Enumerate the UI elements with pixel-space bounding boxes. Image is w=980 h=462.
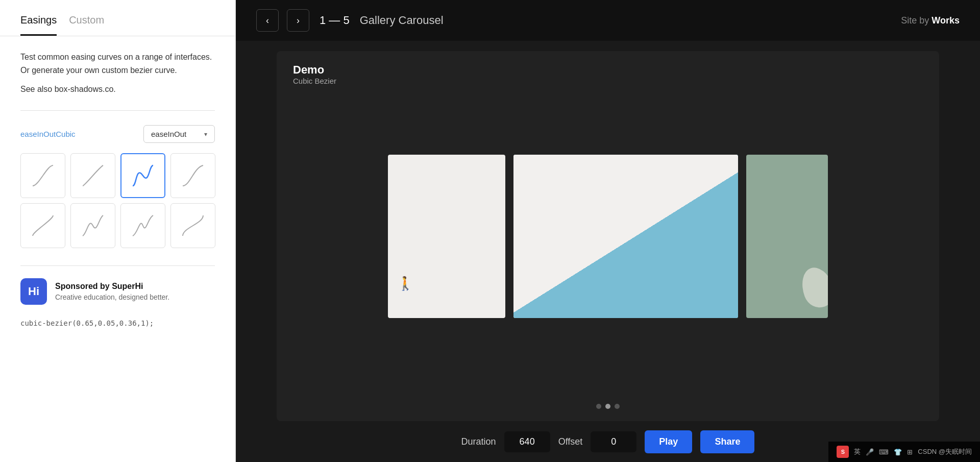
easing-controls-row: easeInOutCubic easeInOut ▾ [20,125,215,143]
grid2-icon: ⊞ [907,448,913,456]
tab-custom[interactable]: Custom [69,14,104,36]
easing-cell-7[interactable] [120,203,165,248]
carousel-dots [596,404,620,409]
easing-select-value: easeInOut [151,130,186,138]
sponsor-text: Sponsored by SuperHi Creative education,… [55,282,169,301]
dot-2[interactable] [605,404,610,409]
easing-cell-5[interactable] [20,203,65,248]
bezier-code: cubic-bezier(0.65,0.05,0.36,1); [20,319,215,337]
chevron-down-icon: ▾ [204,131,207,138]
right-panel: ‹ › 1 — 5 Gallery Carousel Site by Works… [236,0,980,462]
duration-label: Duration [461,436,496,447]
csdn-text: 英 [854,447,861,456]
easing-grid-row1 [20,153,215,198]
gallery-title: Gallery Carousel [360,14,444,27]
play-button[interactable]: Play [645,430,692,453]
demo-subtitle: Cubic Bezier [293,77,336,85]
easing-cell-2[interactable] [70,153,115,198]
site-brand: Works [932,15,960,26]
sponsor-logo-text: Hi [28,285,39,298]
svg-marker-1 [513,155,626,318]
grid-icon: ⌨ [879,448,889,456]
top-bar: ‹ › 1 — 5 Gallery Carousel Site by Works [236,0,980,41]
description-text: Test common easing curves on a range of … [20,51,215,77]
easing-cell-4[interactable] [170,153,215,198]
carousel-area: Demo Cubic Bezier 🚶 [277,51,939,421]
easing-select[interactable]: easeInOut ▾ [143,125,215,143]
dot-3[interactable] [615,404,620,409]
share-button[interactable]: Share [700,430,754,453]
sponsor-block[interactable]: Hi Sponsored by SuperHi Creative educati… [20,265,215,305]
easing-grid-row2 [20,203,215,248]
walking-figure-icon: 🚶 [397,276,413,291]
duration-input[interactable] [504,431,550,452]
easing-cell-8[interactable] [170,203,215,248]
svg-line-2 [513,155,738,318]
sponsor-subtitle: Creative education, designed better. [55,293,169,301]
svg-marker-0 [513,155,738,318]
prev-icon: ‹ [266,15,269,26]
demo-label: Demo Cubic Bezier [293,63,336,85]
csdn-bar: S 英 🎤 ⌨ 👕 ⊞ CSDN @失眠时间 [828,442,980,462]
offset-label: Offset [558,436,583,447]
carousel-image-1: 🚶 [388,155,505,318]
csdn-logo: S [837,446,849,458]
csdn-username: CSDN @失眠时间 [918,447,972,456]
easing-name-label: easeInOutCubic [20,130,76,138]
prev-button[interactable]: ‹ [256,9,279,32]
next-button[interactable]: › [287,9,309,32]
easing-cell-3[interactable] [120,153,165,198]
see-also-text: See also box-shadows.co. [20,85,215,94]
tabs: Easings Custom [0,0,235,36]
page-info: 1 — 5 [320,14,350,27]
carousel-images: 🚶 [297,150,919,323]
easing-cell-6[interactable] [70,203,115,248]
easing-cell-1[interactable] [20,153,65,198]
tab-easings[interactable]: Easings [20,14,57,36]
carousel-image-2 [513,155,738,318]
mic-icon: 🎤 [866,448,874,456]
offset-input[interactable] [591,431,636,452]
shirt-icon: 👕 [894,448,902,456]
left-panel: Easings Custom Test common easing curves… [0,0,236,462]
divider [20,110,215,111]
panel-body: Test common easing curves on a range of … [0,36,235,462]
site-by: Site by Works [901,15,960,26]
next-icon: › [297,15,300,26]
dot-1[interactable] [596,404,601,409]
img3-accent [796,263,828,312]
sponsor-title: Sponsored by SuperHi [55,282,169,291]
demo-title: Demo [293,63,336,77]
carousel-image-3 [746,155,828,318]
sponsor-logo: Hi [20,278,47,305]
